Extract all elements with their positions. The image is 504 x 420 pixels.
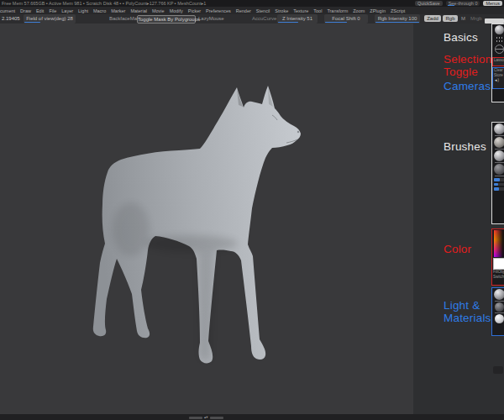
- menu-item-zscript[interactable]: ZScript: [391, 8, 405, 13]
- focal-shift-slider[interactable]: Focal Shift 0: [324, 14, 368, 24]
- menu-item-preferences[interactable]: Preferences: [206, 8, 231, 13]
- see-through-slider[interactable]: See-through 0: [446, 1, 480, 6]
- menu-item-macro[interactable]: Macro: [93, 8, 106, 13]
- toolbar: 2.19405 Field of view(deg) 28 BackfaceMa…: [0, 14, 504, 24]
- zadd-button[interactable]: Zadd: [424, 15, 441, 22]
- annotation-selection-toggle-line1: Selection: [444, 53, 491, 66]
- brush-thumbnail[interactable]: [494, 123, 504, 134]
- menu-item-stroke[interactable]: Stroke: [275, 8, 288, 13]
- brush-slider[interactable]: [494, 178, 504, 181]
- menu-item-edit[interactable]: Edit: [36, 8, 44, 13]
- annotation-selection-toggle-line2: Toggle: [444, 66, 478, 78]
- annotation-light-materials-line2: Materials: [444, 312, 491, 324]
- menu-item-marker[interactable]: Marker: [111, 8, 125, 13]
- menu-item-draw[interactable]: Draw: [20, 8, 31, 13]
- menu-item-render[interactable]: Render: [236, 8, 251, 13]
- accucurve-button[interactable]: AccuCurve: [252, 14, 276, 24]
- brush-thumbnail[interactable]: [494, 150, 504, 161]
- color-swatch[interactable]: [493, 258, 504, 270]
- menu-item-material[interactable]: Material: [130, 8, 147, 13]
- slider-fill: [24, 22, 40, 24]
- right-shelf-color: FillObject SwitchColor: [491, 228, 504, 286]
- brush-slider[interactable]: [494, 183, 504, 186]
- annotation-basics: Basics: [444, 31, 478, 44]
- rgb-intensity-slider[interactable]: Rgb Intensity 100: [375, 14, 420, 24]
- memory-stats: Free Mem 57.665GB ▪ Active Mem 981 ▪ Scr…: [0, 1, 206, 6]
- menu-item-movie[interactable]: Movie: [152, 8, 165, 13]
- cameras-box: Clear R Store R ◄): [492, 67, 504, 89]
- material-thumbnail[interactable]: [495, 302, 504, 312]
- bottom-bar: ▴▾: [0, 414, 504, 420]
- speaker-icon[interactable]: ◄): [493, 78, 504, 83]
- menus-button[interactable]: Menus: [483, 1, 502, 6]
- material-preview-icon[interactable]: [495, 25, 504, 34]
- material-thumbnail[interactable]: [494, 289, 504, 300]
- annotation-light-materials-line1: Light &: [444, 299, 480, 312]
- viewport-canvas[interactable]: [0, 24, 413, 414]
- lasso-toggle-button[interactable]: Lasso: [492, 57, 504, 66]
- rgb-button[interactable]: Rgb: [443, 15, 458, 22]
- nostril: [297, 131, 299, 133]
- menu-item-layer[interactable]: Layer: [61, 8, 73, 13]
- annotation-color: Color: [444, 243, 471, 255]
- brush-thumbnail[interactable]: [494, 164, 504, 175]
- z-intensity-slider[interactable]: Z Intensity 51: [277, 14, 318, 24]
- field-of-view-slider[interactable]: Field of view(deg) 28: [24, 14, 76, 24]
- color-picker[interactable]: [494, 230, 504, 257]
- menu-item-picker[interactable]: Picker: [188, 8, 201, 13]
- brush-thumbnail[interactable]: [494, 137, 504, 148]
- brush-slider[interactable]: [494, 187, 504, 191]
- menu-item-stencil[interactable]: Stencil: [256, 8, 270, 13]
- annotation-brushes: Brushes: [444, 140, 486, 153]
- menu-bar: Document Draw Edit File Layer Light Macr…: [0, 7, 504, 14]
- lazy-mouse-button[interactable]: LazyMouse: [198, 14, 224, 24]
- divider-arrows-icon: ▴▾: [204, 416, 208, 419]
- material-thumbnail[interactable]: [495, 314, 504, 323]
- collapsed-widget[interactable]: [493, 366, 503, 374]
- menu-item-light[interactable]: Light: [78, 8, 88, 13]
- title-bar: Free Mem 57.665GB ▪ Active Mem 981 ▪ Scr…: [0, 0, 504, 7]
- menu-item-file[interactable]: File: [49, 8, 56, 13]
- switch-color-button[interactable]: SwitchColor: [492, 275, 504, 280]
- annotation-cameras: Cameras: [444, 80, 491, 92]
- slider-marker: [448, 5, 454, 6]
- tray-divider-handle[interactable]: ▴▾: [189, 416, 228, 419]
- right-shelf-brushes: [491, 122, 504, 224]
- dog-model[interactable]: [66, 74, 319, 406]
- right-panel: Basics Selection Toggle Cameras Brushes …: [413, 24, 504, 414]
- menu-item-modify[interactable]: Modify: [170, 8, 183, 13]
- thigh-shadow: [113, 202, 150, 256]
- wireframe-sphere-icon[interactable]: [495, 45, 504, 54]
- slider-fill: [375, 22, 419, 24]
- menu-item-tool[interactable]: Tool: [313, 8, 322, 13]
- m-button[interactable]: M: [461, 14, 465, 24]
- mrgb-button[interactable]: Mrgb: [470, 14, 482, 24]
- far-leg-shadow: [198, 251, 215, 361]
- menu-item-transform[interactable]: Transform: [327, 8, 348, 13]
- toggle-mask-by-polygroups-button[interactable]: Toggle Mask By Polygroups: [137, 15, 196, 24]
- lightbox-icon[interactable]: [496, 36, 503, 43]
- belly-shadow: [145, 235, 238, 252]
- right-shelf-basics: Lasso Clear R Store R ◄): [491, 24, 504, 102]
- menu-item-zoom[interactable]: Zoom: [353, 8, 365, 13]
- right-shelf-materials: [491, 287, 504, 336]
- quicksave-button[interactable]: QuickSave: [415, 1, 443, 6]
- menu-item-zplugin[interactable]: ZPlugin: [370, 8, 386, 13]
- menu-item-document[interactable]: Document: [0, 8, 15, 13]
- slider-fill: [278, 22, 298, 24]
- slider-fill: [325, 22, 347, 24]
- menu-item-texture[interactable]: Texture: [293, 8, 308, 13]
- zoom-value: 2.19405: [2, 14, 20, 24]
